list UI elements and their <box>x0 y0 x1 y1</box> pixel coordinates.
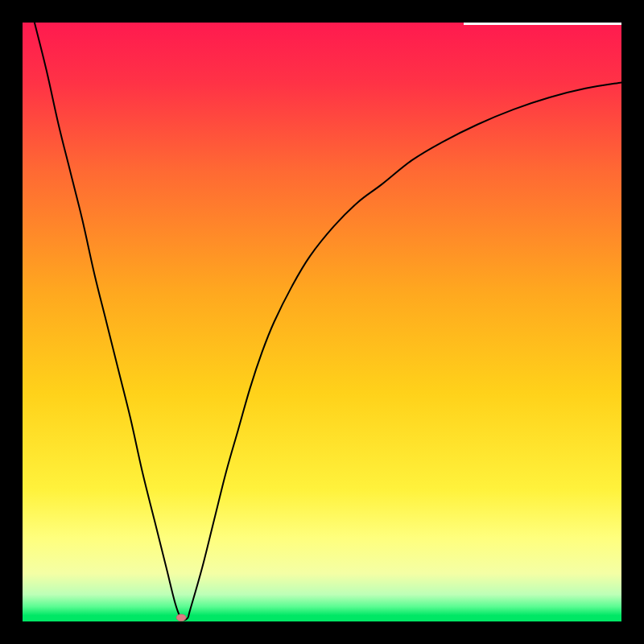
chart-frame: TheBottleneck.com <box>0 0 644 644</box>
bottleneck-chart <box>23 23 621 621</box>
optimal-point-marker <box>176 614 186 621</box>
watermark-label: TheBottleneck.com <box>464 3 621 25</box>
chart-background <box>23 23 621 621</box>
